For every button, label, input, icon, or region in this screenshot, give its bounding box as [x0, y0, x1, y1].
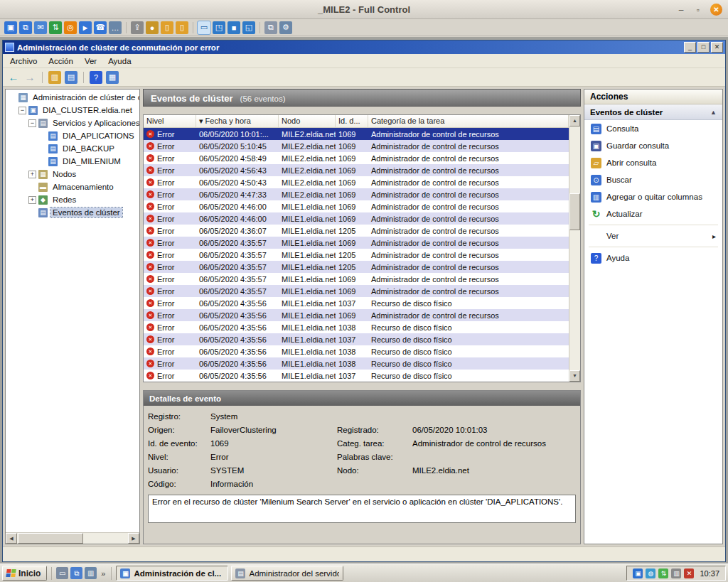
event-row[interactable]: ✕Error06/05/2020 4:35:56MILE1.eldia.net1…: [144, 357, 569, 370]
event-row[interactable]: ✕Error06/05/2020 4:35:57MILE1.eldia.net1…: [144, 273, 569, 285]
window-maximize-button[interactable]: □: [697, 42, 710, 53]
minimize-icon[interactable]: –: [676, 5, 686, 15]
column-header[interactable]: Nodo: [279, 115, 336, 127]
tree-item-eventos-de-cluster[interactable]: ▤Eventos de clúster: [6, 206, 139, 219]
column-header[interactable]: Id. d...: [336, 115, 368, 127]
window-minimize-button[interactable]: _: [684, 42, 696, 53]
menu-ayuda[interactable]: Ayuda: [102, 55, 136, 67]
tree-item-dia-milenium[interactable]: ▤DIA_MILENIUM: [6, 155, 139, 168]
action-actualizar[interactable]: ↻Actualizar: [584, 205, 722, 222]
scroll-right-icon[interactable]: ▶: [128, 533, 139, 544]
event-row[interactable]: ✕Error06/05/2020 4:35:56MILE1.eldia.net1…: [144, 333, 569, 345]
taskbar-button[interactable]: ▤Administrador del servidor: [231, 566, 343, 581]
display-icon[interactable]: ▥: [85, 567, 97, 579]
call-icon[interactable]: ☎: [94, 21, 107, 34]
event-row[interactable]: ✕Error06/05/2020 4:36:07MILE1.eldia.net1…: [144, 225, 569, 237]
tree-item-nodos[interactable]: +▦Nodos: [6, 168, 139, 180]
clipboard-icon[interactable]: ⇪: [131, 21, 144, 34]
event-row[interactable]: ✕Error06/05/2020 4:35:56MILE1.eldia.net1…: [144, 370, 569, 382]
tray-security-icon[interactable]: ▣: [633, 568, 643, 578]
file-cabinet-icon[interactable]: ▯: [161, 21, 173, 34]
show-desktop-icon[interactable]: ▭: [56, 567, 68, 579]
window-mode-icon[interactable]: ▭: [198, 21, 210, 34]
action-abrir-consulta[interactable]: ▱Abrir consulta: [584, 154, 722, 171]
menu-accion[interactable]: Acción: [43, 55, 79, 67]
fit-window-icon[interactable]: ◱: [242, 21, 255, 34]
scale-mode-icon[interactable]: ■: [228, 21, 240, 34]
tray-display-icon[interactable]: ▥: [671, 568, 681, 578]
event-row[interactable]: ✕Error06/05/2020 4:50:43MILE2.eldia.net1…: [144, 176, 569, 188]
menu-ver[interactable]: Ver: [79, 55, 102, 67]
fullscreen-icon[interactable]: ◳: [213, 21, 225, 34]
send-message-icon[interactable]: ✉: [34, 21, 47, 34]
events-vertical-scrollbar[interactable]: ▲ ▼: [569, 115, 580, 382]
tree-item-dia-cluster[interactable]: −▣DIA_CLUSTER.eldia.net: [6, 104, 139, 117]
tree-item-dia-aplications[interactable]: ▤DIA_APLICATIONS: [6, 129, 139, 142]
event-row[interactable]: ✕Error06/05/2020 4:46:00MILE1.eldia.net1…: [144, 200, 569, 212]
event-row[interactable]: ✕Error06/05/2020 4:35:56MILE1.eldia.net1…: [144, 297, 569, 309]
tree-item-almacenamiento[interactable]: ▬Almacenamiento: [6, 180, 139, 193]
event-row[interactable]: ✕Error06/05/2020 4:35:56MILE1.eldia.net1…: [144, 321, 569, 333]
tree-item-redes[interactable]: +◆Redes: [6, 193, 139, 206]
event-row[interactable]: ✕Error06/05/2020 10:01:...MILE2.eldia.ne…: [144, 128, 569, 140]
menu-archivo[interactable]: Archivo: [4, 55, 43, 67]
event-row[interactable]: ✕Error06/05/2020 4:35:57MILE1.eldia.net1…: [144, 261, 569, 273]
scroll-thumb[interactable]: [569, 193, 580, 230]
tray-update-icon[interactable]: ⇅: [658, 568, 668, 578]
file-transfer-icon[interactable]: ⇅: [49, 21, 62, 34]
column-header[interactable]: Categoría de la tarea: [368, 115, 569, 127]
properties-icon[interactable]: ▦: [106, 71, 119, 84]
ctrl-alt-del-icon[interactable]: ◎: [64, 21, 77, 34]
collapse-icon[interactable]: ▲: [710, 109, 717, 116]
taskbar-button[interactable]: ▣Administración de cl...: [116, 566, 228, 581]
event-row[interactable]: ✕Error06/05/2020 5:10:45MILE2.eldia.net1…: [144, 140, 569, 152]
tree-item-dia-backup[interactable]: ▤DIA_BACKUP: [6, 142, 139, 155]
start-button[interactable]: Inicio: [2, 566, 47, 581]
new-connection-icon[interactable]: ▣: [4, 21, 17, 34]
event-row[interactable]: ✕Error06/05/2020 4:35:57MILE1.eldia.net1…: [144, 285, 569, 297]
action-ayuda[interactable]: ?Ayuda: [584, 249, 722, 266]
action-ver[interactable]: Ver▸: [584, 227, 722, 244]
tray-network-icon[interactable]: ◍: [646, 568, 655, 578]
maximize-icon[interactable]: ▫: [693, 5, 703, 15]
action-agregar-o-quitar-columnas[interactable]: ▥Agregar o quitar columnas: [584, 188, 722, 205]
expander-icon[interactable]: −: [28, 119, 36, 127]
event-row[interactable]: ✕Error06/05/2020 4:47:33MILE2.eldia.net1…: [144, 188, 569, 200]
column-header[interactable]: ▾ Fecha y hora: [196, 115, 279, 127]
tree-horizontal-scrollbar[interactable]: ◀ ▶: [6, 532, 139, 544]
quick-launch-overflow-icon[interactable]: »: [100, 569, 107, 578]
forward-icon[interactable]: →: [23, 71, 36, 84]
tree-item-servicios-y-aplicaciones[interactable]: −▤Servicios y Aplicaciones: [6, 117, 139, 129]
expander-icon[interactable]: −: [18, 107, 26, 114]
monitor-icon[interactable]: ⧉: [19, 21, 32, 34]
scroll-thumb[interactable]: [18, 533, 83, 544]
tree-item-console-root[interactable]: ▦Administración de clúster de conmu: [6, 91, 139, 104]
event-row[interactable]: ✕Error06/05/2020 4:35:56MILE1.eldia.net1…: [144, 345, 569, 357]
action-consulta[interactable]: ▤Consulta: [584, 120, 722, 137]
chat-icon[interactable]: …: [109, 21, 122, 34]
close-icon[interactable]: ✕: [710, 4, 722, 16]
tray-volume-muted-icon[interactable]: ✕: [684, 568, 694, 578]
remote-execute-icon[interactable]: ►: [79, 21, 92, 34]
settings-icon[interactable]: ⚙: [279, 21, 292, 34]
console-tree-icon[interactable]: ▤: [65, 71, 77, 84]
event-row[interactable]: ✕Error06/05/2020 4:56:43MILE2.eldia.net1…: [144, 164, 569, 176]
remote-desktop-icon[interactable]: ⧉: [70, 567, 82, 579]
export-list-icon[interactable]: ▥: [48, 71, 61, 84]
expander-icon[interactable]: +: [28, 196, 36, 204]
event-row[interactable]: ✕Error06/05/2020 4:35:57MILE1.eldia.net1…: [144, 237, 569, 249]
back-icon[interactable]: ←: [7, 71, 20, 84]
window-close-button[interactable]: ✕: [711, 42, 723, 53]
expander-icon[interactable]: +: [28, 171, 36, 178]
event-row[interactable]: ✕Error06/05/2020 4:35:57MILE1.eldia.net1…: [144, 249, 569, 261]
actions-section-header[interactable]: Eventos de clúster ▲: [584, 104, 722, 120]
duplicate-icon[interactable]: ⧉: [264, 21, 277, 34]
event-row[interactable]: ✕Error06/05/2020 4:35:56MILE1.eldia.net1…: [144, 309, 569, 321]
column-header[interactable]: Nivel: [144, 115, 196, 127]
event-row[interactable]: ✕Error06/05/2020 4:58:49MILE2.eldia.net1…: [144, 152, 569, 164]
scroll-left-icon[interactable]: ◀: [6, 533, 17, 544]
file-cabinet-locked-icon[interactable]: ▯: [176, 21, 188, 34]
scroll-down-icon[interactable]: ▼: [569, 370, 580, 382]
action-buscar[interactable]: ⊙Buscar: [584, 171, 722, 188]
lock-icon[interactable]: ●: [146, 21, 159, 34]
